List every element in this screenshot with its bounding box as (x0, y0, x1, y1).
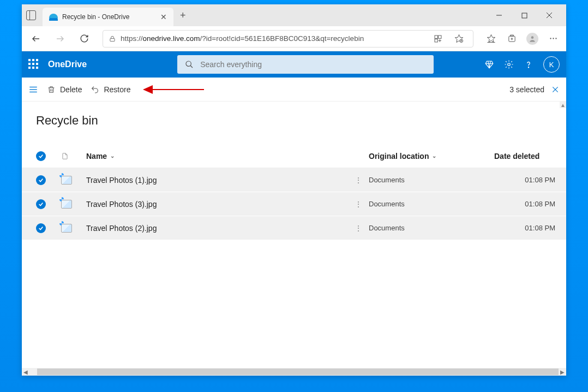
lock-icon (109, 35, 116, 43)
search-box[interactable] (177, 55, 434, 74)
browser-window: Recycle bin - OneDrive ✕ + https://onedr… (22, 4, 566, 376)
tab-actions-icon[interactable] (26, 10, 36, 20)
settings-icon[interactable] (504, 60, 514, 69)
app-title[interactable]: OneDrive (48, 60, 87, 69)
refresh-button[interactable] (74, 29, 94, 49)
close-tab-icon[interactable]: ✕ (160, 13, 167, 21)
onedrive-favicon-icon (49, 15, 58, 21)
file-date: 01:08 PM (494, 176, 560, 184)
select-all-checkbox[interactable] (36, 151, 46, 161)
profile-icon[interactable] (524, 30, 541, 47)
url-field[interactable]: https://onedrive.live.com/?id=root!cid=5… (103, 30, 473, 47)
date-column-header[interactable]: Date deleted (494, 152, 560, 161)
svg-rect-7 (435, 35, 437, 38)
new-tab-button[interactable]: + (180, 10, 186, 21)
app-available-icon[interactable] (429, 30, 447, 47)
row-more-icon[interactable]: ⋮ (348, 200, 369, 209)
browser-titlebar: Recycle bin - OneDrive ✕ + (22, 4, 566, 26)
list-header: Name⌄ Original location⌄ Date deleted (22, 144, 566, 168)
svg-point-21 (528, 67, 529, 68)
type-column-icon[interactable] (61, 152, 86, 161)
browser-addressbar: https://onedrive.live.com/?id=root!cid=5… (22, 26, 566, 51)
search-input[interactable] (200, 60, 426, 69)
back-button[interactable] (26, 29, 46, 49)
file-name[interactable]: Travel Photos (3).jpg (86, 200, 348, 209)
selected-count: 3 selected (509, 85, 544, 94)
file-name[interactable]: Travel Photos (1).jpg (86, 176, 348, 185)
svg-rect-1 (522, 13, 527, 18)
svg-rect-8 (439, 35, 441, 38)
browser-tab[interactable]: Recycle bin - OneDrive ✕ (43, 8, 173, 26)
undo-icon (91, 85, 99, 94)
nav-toggle-icon[interactable] (28, 85, 38, 94)
app-launcher-icon[interactable] (28, 59, 39, 70)
row-more-icon[interactable]: ⋮ (348, 176, 369, 185)
chevron-down-icon: ⌄ (432, 153, 436, 159)
svg-line-19 (190, 66, 193, 68)
file-thumbnail-icon (61, 224, 86, 233)
header-right: K (484, 56, 560, 73)
scroll-left-icon[interactable]: ◀ (22, 368, 29, 376)
annotation-arrow (144, 89, 204, 90)
name-column-header[interactable]: Name⌄ (86, 152, 348, 161)
scroll-right-icon[interactable]: ▶ (559, 368, 566, 376)
file-name[interactable]: Travel Photos (2).jpg (86, 224, 348, 233)
table-row[interactable]: Travel Photos (1).jpg ⋮ Documents 01:08 … (22, 168, 566, 192)
svg-point-17 (555, 38, 556, 39)
file-location: Documents (369, 224, 494, 232)
location-column-header[interactable]: Original location⌄ (369, 152, 494, 161)
row-checkbox[interactable] (36, 175, 46, 185)
command-bar: Delete Restore 3 selected (22, 78, 566, 102)
user-avatar[interactable]: K (543, 56, 560, 73)
horizontal-scrollbar[interactable]: ◀ ▶ (22, 368, 566, 376)
file-date: 01:08 PM (494, 200, 560, 208)
file-thumbnail-icon (61, 200, 86, 209)
row-more-icon[interactable]: ⋮ (348, 224, 369, 233)
table-row[interactable]: Travel Photos (3).jpg ⋮ Documents 01:08 … (22, 192, 566, 216)
url-text: https://onedrive.live.com/?id=root!cid=5… (121, 34, 425, 43)
row-checkbox[interactable] (36, 199, 46, 209)
vscroll-up-icon[interactable]: ▲ (560, 102, 566, 108)
file-thumbnail-icon (61, 176, 86, 185)
svg-point-18 (186, 61, 191, 66)
restore-button[interactable]: Restore (91, 85, 130, 94)
minimize-button[interactable] (487, 7, 512, 24)
chevron-down-icon: ⌄ (110, 153, 115, 159)
clear-selection-icon[interactable] (551, 85, 560, 94)
svg-point-20 (508, 63, 511, 66)
file-date: 01:08 PM (494, 224, 560, 232)
svg-point-16 (553, 38, 554, 39)
tab-title: Recycle bin - OneDrive (62, 13, 156, 21)
more-icon[interactable] (544, 30, 562, 47)
table-row[interactable]: Travel Photos (2).jpg ⋮ Documents 01:08 … (22, 216, 566, 240)
svg-point-15 (550, 38, 551, 39)
forward-button[interactable] (50, 29, 70, 49)
favorites-bar-icon[interactable] (482, 30, 500, 47)
svg-rect-6 (110, 38, 115, 41)
close-window-button[interactable] (537, 7, 562, 24)
favorite-icon[interactable] (450, 30, 467, 47)
scrollbar-thumb[interactable] (37, 369, 559, 375)
restore-label: Restore (104, 85, 130, 94)
premium-icon[interactable] (484, 60, 494, 69)
help-icon[interactable] (524, 60, 533, 69)
delete-label: Delete (60, 85, 82, 94)
window-controls (487, 7, 562, 24)
delete-button[interactable]: Delete (47, 85, 82, 94)
collections-icon[interactable] (503, 30, 520, 47)
trash-icon (47, 85, 56, 94)
svg-rect-9 (435, 39, 437, 41)
command-bar-right: 3 selected (509, 85, 560, 94)
file-list: Name⌄ Original location⌄ Date deleted Tr… (22, 144, 566, 240)
search-icon (185, 60, 194, 69)
row-checkbox[interactable] (36, 223, 46, 233)
svg-point-14 (531, 36, 534, 39)
toolbar-icons (482, 30, 562, 47)
file-location: Documents (369, 176, 494, 184)
maximize-button[interactable] (512, 7, 537, 24)
file-location: Documents (369, 200, 494, 208)
content-area: ▲ Recycle bin Name⌄ Original location⌄ D… (22, 102, 566, 376)
page-title: Recycle bin (22, 102, 566, 132)
onedrive-header: OneDrive K (22, 51, 566, 78)
